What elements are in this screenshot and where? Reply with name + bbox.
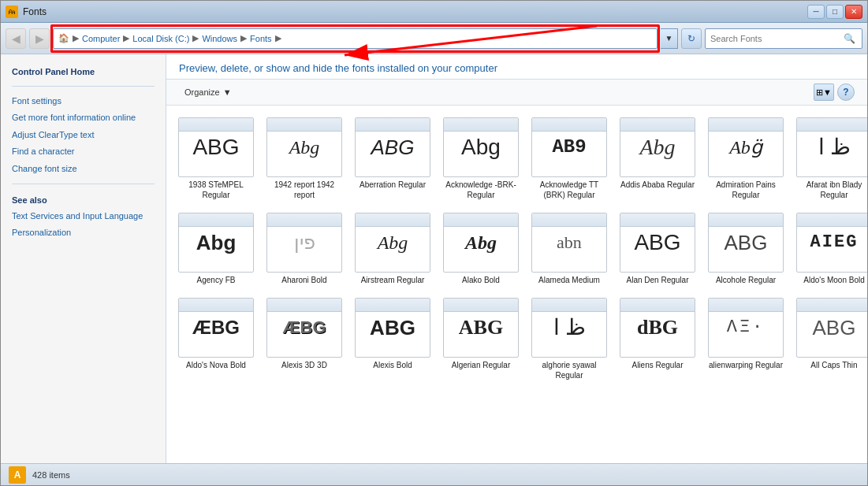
font-label: 1938 STeMPEL Regular <box>178 180 254 200</box>
search-input[interactable] <box>710 34 838 43</box>
sidebar-control-panel-home[interactable]: Control Panel Home <box>1 62 166 80</box>
breadcrumb-fonts[interactable]: Fonts <box>250 34 272 43</box>
breadcrumb-localdisk[interactable]: Local Disk (C:) <box>132 34 189 43</box>
font-item[interactable]: ABGAlan Den Regular <box>616 209 699 289</box>
font-icon: ABG <box>178 117 254 177</box>
font-label: Alako Bold <box>462 275 500 285</box>
font-icon-preview: Abg <box>289 138 320 157</box>
font-icon-preview: ABG <box>725 232 768 253</box>
font-label: Alexis 3D 3D <box>281 360 327 370</box>
refresh-button[interactable]: ↻ <box>681 28 702 49</box>
back-button[interactable]: ◀ <box>6 28 26 49</box>
font-icon: ΛΞ· <box>708 298 784 358</box>
sidebar-link-cleartype[interactable]: Adjust ClearType text <box>1 127 166 143</box>
font-item[interactable]: Abg̈Admiration Pains Regular <box>704 113 788 204</box>
font-label: Alameda Medium <box>538 275 600 285</box>
title-bar: 🗛 Fonts ─ □ ✕ <box>1 1 867 23</box>
font-icon-preview: abn <box>557 234 582 251</box>
font-item[interactable]: ABGAberration Regular <box>351 113 434 204</box>
font-icon: ABG <box>708 213 784 273</box>
font-item[interactable]: AbgAirstream Regular <box>351 209 434 289</box>
organize-button[interactable]: Organize ▼ <box>179 84 237 100</box>
font-label: Alan Den Regular <box>627 275 689 285</box>
close-button[interactable]: ✕ <box>845 5 862 19</box>
font-icon: AB9 <box>531 117 607 177</box>
sidebar-link-find-character[interactable]: Find a character <box>1 143 166 160</box>
font-icon-preview: Abg <box>461 136 501 158</box>
font-item[interactable]: AB9Acknowledge TT (BRK) Regular <box>527 113 611 204</box>
font-icon-preview: Abg <box>639 136 675 158</box>
sidebar-link-font-settings[interactable]: Font settings <box>1 93 166 109</box>
font-label: Algerian Regular <box>452 360 511 370</box>
font-icon: ABG <box>620 213 695 273</box>
minimize-button[interactable]: ─ <box>807 5 825 19</box>
font-item[interactable]: ABG1938 STeMPEL Regular <box>174 113 258 204</box>
font-item[interactable]: ÆBGAlexis 3D 3D <box>263 294 346 384</box>
font-item[interactable]: פיןAharoni Bold <box>263 209 346 289</box>
font-icon-preview: ABG <box>634 232 680 254</box>
search-icon[interactable]: 🔍 <box>841 31 857 46</box>
font-label: Aberration Regular <box>359 180 426 190</box>
view-button[interactable]: ⊞▼ <box>814 83 834 101</box>
font-icon: Abg <box>355 213 430 273</box>
font-item[interactable]: ABGAlgerian Regular <box>439 294 523 384</box>
font-item[interactable]: AbgAcknowledge -BRK- Regular <box>439 113 523 204</box>
forward-button[interactable]: ▶ <box>29 28 50 49</box>
sidebar-link-text-services[interactable]: Text Services and Input Language <box>1 208 166 224</box>
font-label: Alexis Bold <box>373 360 412 370</box>
font-item[interactable]: ABGAlexis Bold <box>351 294 434 384</box>
sep-1: ▶ <box>73 33 79 43</box>
font-label: Alcohole Regular <box>716 275 776 285</box>
font-item[interactable]: ΛΞ·alienwarping Regular <box>704 294 788 384</box>
font-icon: Abg <box>620 117 695 177</box>
font-item[interactable]: abnAlameda Medium <box>527 209 611 289</box>
window-controls: ─ □ ✕ <box>807 5 862 19</box>
font-item[interactable]: ABGAll Caps Thin <box>792 294 867 384</box>
font-icon: AIEG <box>796 213 867 273</box>
sidebar-link-font-info-online[interactable]: Get more font information online <box>1 109 166 126</box>
font-item[interactable]: AbgAddis Ababa Regular <box>616 113 699 204</box>
sidebar-see-also-title: See also <box>1 191 166 208</box>
font-item[interactable]: AIEGAldo's Moon Bold <box>792 209 867 289</box>
sidebar-link-change-font-size[interactable]: Change font size <box>1 161 166 177</box>
help-button[interactable]: ? <box>837 83 855 101</box>
breadcrumb-computer[interactable]: Computer <box>82 34 120 43</box>
breadcrumb-windows[interactable]: Windows <box>202 34 237 43</box>
font-icon: ABG <box>796 298 867 358</box>
font-item[interactable]: dBGAliens Regular <box>616 294 699 384</box>
font-label: Admiration Pains Regular <box>708 180 784 200</box>
toolbar-right-buttons: ⊞▼ ? <box>814 83 855 101</box>
font-icon-preview: ABG <box>192 136 239 158</box>
sidebar: Control Panel Home Font settings Get mor… <box>1 54 166 463</box>
status-item-count: 428 items <box>32 470 70 480</box>
font-item[interactable]: ظ اalghorie syawal Regular <box>527 294 611 384</box>
font-label: Acknowledge TT (BRK) Regular <box>531 180 607 200</box>
font-icon-preview: פין <box>294 233 315 252</box>
font-icon-preview: ABG <box>371 137 415 158</box>
font-icon: פין <box>266 213 342 273</box>
font-grid-container[interactable]: ABG1938 STeMPEL RegularAbg1942 report 19… <box>166 106 867 463</box>
font-item[interactable]: AbgAgency FB <box>174 209 258 289</box>
sidebar-link-personalization[interactable]: Personalization <box>1 224 166 241</box>
font-icon-preview: Abg̈ <box>729 138 762 157</box>
font-icon: ABG <box>443 298 519 358</box>
font-item[interactable]: ظ اAfarat ibn Blady Regular <box>792 113 867 204</box>
font-icon-preview: Abg <box>465 233 497 252</box>
address-dropdown-button[interactable]: ▼ <box>661 28 678 49</box>
font-icon-preview: Abg <box>378 233 408 252</box>
font-item[interactable]: Abg1942 report 1942 report <box>263 113 346 204</box>
search-box[interactable]: 🔍 <box>705 28 862 49</box>
font-item[interactable]: ABGAlcohole Regular <box>704 209 788 289</box>
font-icon: ÆBG <box>178 298 254 358</box>
font-label: Aharoni Bold <box>281 275 326 285</box>
font-icon-preview: AIEG <box>810 234 859 251</box>
font-label: Aldo's Nova Bold <box>186 360 246 370</box>
font-label: Acknowledge -BRK- Regular <box>443 180 519 200</box>
font-item[interactable]: ÆBGAldo's Nova Bold <box>174 294 258 384</box>
font-item[interactable]: AbgAlako Bold <box>439 209 523 289</box>
address-bar[interactable]: 🏠 ▶ Computer ▶ Local Disk (C:) ▶ Windows… <box>53 28 658 49</box>
font-icon-preview: ABG <box>813 317 856 338</box>
restore-button[interactable]: □ <box>826 5 844 19</box>
font-icon: Abg <box>266 117 342 177</box>
font-icon: Abg <box>443 213 519 273</box>
